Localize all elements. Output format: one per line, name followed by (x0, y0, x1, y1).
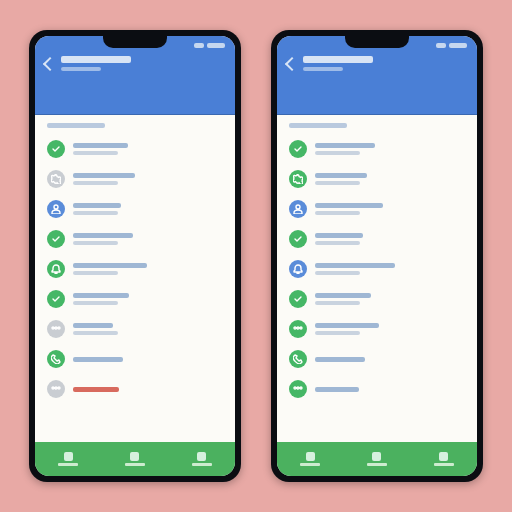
page-subtitle (61, 67, 101, 71)
profile-icon (197, 452, 206, 461)
row-label (315, 203, 383, 208)
row-label (73, 233, 133, 238)
row-label (73, 387, 119, 392)
user-icon (289, 200, 307, 218)
settings-row[interactable] (35, 284, 235, 314)
status-indicator (194, 43, 204, 48)
row-sublabel (73, 331, 118, 335)
phone-left (29, 30, 241, 482)
row-label (315, 263, 395, 268)
screen (277, 36, 477, 476)
row-sublabel (73, 301, 118, 305)
row-sublabel (73, 241, 118, 245)
nav-home[interactable] (300, 452, 320, 466)
apps-icon (372, 452, 381, 461)
row-label (73, 263, 147, 268)
row-sublabel (315, 271, 360, 275)
bell-icon (47, 260, 65, 278)
dots-icon (289, 380, 307, 398)
dots-icon (289, 320, 307, 338)
row-label (73, 203, 121, 208)
profile-icon (439, 452, 448, 461)
row-sublabel (315, 241, 360, 245)
settings-list-left (35, 134, 235, 404)
bell-icon (289, 260, 307, 278)
row-sublabel (73, 211, 118, 215)
row-sublabel (73, 271, 118, 275)
settings-row[interactable] (277, 374, 477, 404)
settings-row[interactable] (35, 314, 235, 344)
check-icon (289, 140, 307, 158)
dots-icon (47, 380, 65, 398)
title-bar (35, 52, 235, 71)
row-sublabel (73, 181, 118, 185)
nav-profile[interactable] (192, 452, 212, 466)
title-bar (277, 52, 477, 71)
check-icon (47, 140, 65, 158)
row-label (315, 323, 379, 328)
gear-icon (47, 170, 65, 188)
row-label (73, 173, 135, 178)
gear-icon (289, 170, 307, 188)
settings-row[interactable] (277, 134, 477, 164)
check-icon (47, 230, 65, 248)
status-indicator (436, 43, 446, 48)
row-sublabel (315, 211, 360, 215)
nav-apps[interactable] (125, 452, 145, 466)
row-label (73, 357, 123, 362)
title-area (303, 56, 467, 71)
notch (103, 36, 167, 48)
settings-row[interactable] (35, 164, 235, 194)
nav-apps[interactable] (367, 452, 387, 466)
nav-home[interactable] (58, 452, 78, 466)
page-subtitle (303, 67, 343, 71)
settings-row[interactable] (277, 194, 477, 224)
row-sublabel (73, 151, 118, 155)
settings-row[interactable] (277, 314, 477, 344)
row-sublabel (315, 181, 360, 185)
phone-icon (289, 350, 307, 368)
row-label (315, 387, 359, 392)
settings-row[interactable] (35, 374, 235, 404)
user-icon (47, 200, 65, 218)
check-icon (289, 230, 307, 248)
settings-row[interactable] (277, 224, 477, 254)
row-label (73, 323, 113, 328)
check-icon (47, 290, 65, 308)
row-label (315, 293, 371, 298)
settings-row[interactable] (35, 344, 235, 374)
phone-icon (47, 350, 65, 368)
page-title (61, 56, 131, 63)
settings-row[interactable] (35, 194, 235, 224)
settings-row[interactable] (35, 224, 235, 254)
row-label (315, 233, 363, 238)
apps-icon (130, 452, 139, 461)
row-sublabel (315, 331, 360, 335)
nav-profile[interactable] (434, 452, 454, 466)
settings-row[interactable] (35, 134, 235, 164)
back-icon[interactable] (285, 56, 299, 70)
bottom-nav (35, 442, 235, 476)
back-icon[interactable] (43, 56, 57, 70)
row-label (315, 173, 367, 178)
notch (345, 36, 409, 48)
section-label (35, 115, 235, 134)
dots-icon (47, 320, 65, 338)
title-area (61, 56, 225, 71)
row-sublabel (315, 151, 360, 155)
settings-row[interactable] (277, 164, 477, 194)
row-label (73, 293, 129, 298)
row-label (315, 143, 375, 148)
phone-right (271, 30, 483, 482)
settings-row[interactable] (277, 344, 477, 374)
status-indicator (207, 43, 225, 48)
screen (35, 36, 235, 476)
settings-list-right (277, 134, 477, 404)
settings-row[interactable] (277, 284, 477, 314)
row-label (73, 143, 128, 148)
page-title (303, 56, 373, 63)
settings-row[interactable] (35, 254, 235, 284)
content (35, 115, 235, 442)
settings-row[interactable] (277, 254, 477, 284)
row-sublabel (315, 301, 360, 305)
